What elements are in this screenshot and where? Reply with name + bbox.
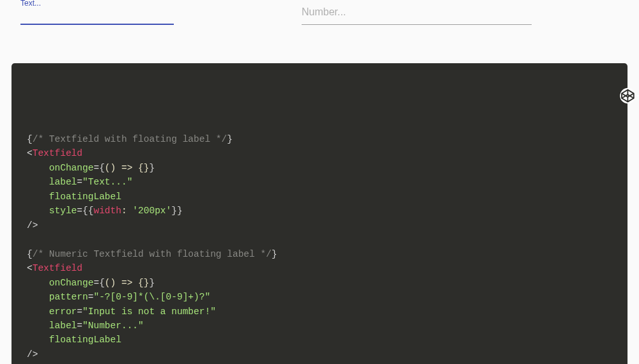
code-string: "Input is not a number!" bbox=[82, 307, 216, 317]
code-attr: pattern bbox=[49, 292, 88, 302]
code-jsx-tag: Textfield bbox=[33, 263, 82, 273]
code-string: "Number..." bbox=[82, 321, 144, 331]
code-attr: onChange bbox=[49, 163, 94, 173]
code-string: "Text..." bbox=[82, 177, 132, 187]
code-jsx-tag: Textfield bbox=[33, 148, 82, 158]
textfield-underline-active bbox=[20, 24, 174, 25]
code-comment: /* Textfield with floating label */ bbox=[33, 134, 227, 144]
textfield-underline bbox=[302, 24, 532, 25]
number-input[interactable] bbox=[302, 4, 532, 22]
text-input[interactable] bbox=[20, 5, 148, 22]
code-attr: style bbox=[49, 206, 77, 216]
code-string: '200px' bbox=[132, 206, 171, 216]
textfield-floating[interactable]: Text... bbox=[20, 5, 174, 25]
textfield-number[interactable] bbox=[302, 4, 532, 25]
code-string: "-?[0-9]*(\.[0-9]+)?" bbox=[93, 292, 210, 302]
code-attr: onChange bbox=[49, 278, 94, 288]
code-comment: /* Numeric Textfield with floating label… bbox=[33, 249, 272, 259]
code-attr: label bbox=[49, 321, 77, 331]
code-arrow-fn: () => {} bbox=[105, 163, 150, 173]
demo-textfields-row: Text... bbox=[0, 0, 639, 38]
code-arrow-fn: () => {} bbox=[105, 278, 150, 288]
code-obj-key: width bbox=[93, 206, 121, 216]
codepen-icon[interactable] bbox=[597, 72, 616, 91]
code-example-block: {/* Textfield with floating label */} <T… bbox=[12, 63, 627, 364]
code-attr: label bbox=[49, 177, 77, 187]
code-attr: floatingLabel bbox=[49, 192, 121, 202]
code-attr: floatingLabel bbox=[49, 335, 121, 345]
code-attr: error bbox=[49, 307, 77, 317]
textfield-floating-label: Text... bbox=[20, 0, 41, 8]
